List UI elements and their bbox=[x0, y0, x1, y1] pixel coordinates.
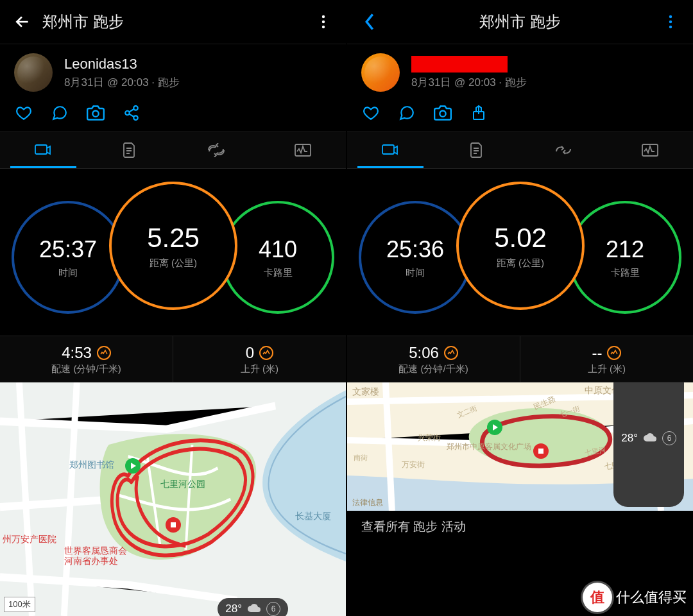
weather-count: 6 bbox=[662, 431, 676, 445]
svg-point-13 bbox=[440, 111, 445, 117]
poi-t7: 万安街 bbox=[402, 459, 425, 470]
svg-point-0 bbox=[322, 15, 325, 18]
like-icon[interactable] bbox=[14, 103, 33, 123]
time-value: 25:37 bbox=[39, 236, 97, 263]
svg-point-4 bbox=[133, 106, 138, 110]
ring-distance[interactable]: 5.02 距离 (公里) bbox=[456, 182, 585, 310]
svg-point-6 bbox=[133, 116, 138, 120]
tab-details[interactable] bbox=[434, 132, 520, 168]
poi-t3: 兴荣街 bbox=[418, 432, 441, 443]
svg-point-2 bbox=[322, 26, 325, 28]
elev-value: -- bbox=[592, 344, 603, 362]
export-icon[interactable] bbox=[469, 103, 488, 123]
weather-pill: 28° 6 bbox=[613, 382, 684, 507]
calories-value: 410 bbox=[259, 236, 297, 263]
user-row: Leonidas13 8月31日 @ 20:03 · 跑步 bbox=[0, 44, 346, 98]
tab-laps[interactable] bbox=[520, 132, 607, 168]
header: 郑州市 跑步 bbox=[0, 0, 346, 44]
stat-pace[interactable]: 4:53 配速 (分钟/千米) bbox=[0, 336, 173, 382]
distance-value: 5.25 bbox=[147, 223, 200, 253]
svg-point-1 bbox=[322, 21, 325, 23]
calories-label: 卡路里 bbox=[264, 267, 293, 279]
camera-icon[interactable] bbox=[433, 103, 452, 123]
poi-t1: 文家楼 bbox=[352, 386, 379, 398]
start-pin-icon bbox=[125, 458, 141, 474]
time-label: 时间 bbox=[406, 267, 425, 279]
distance-label: 距离 (公里) bbox=[150, 257, 197, 270]
elev-chip-icon bbox=[607, 346, 621, 360]
calories-label: 卡路里 bbox=[611, 267, 640, 279]
map-scale: 100米 bbox=[4, 597, 35, 612]
page-title: 郑州市 跑步 bbox=[33, 12, 312, 32]
user-name-redacted bbox=[411, 55, 527, 73]
end-pin-icon bbox=[533, 443, 549, 459]
elev-label: 上升 (米) bbox=[173, 363, 346, 375]
back-button[interactable] bbox=[359, 11, 381, 33]
poi-t4: 郑州市中原客属文化广场 bbox=[447, 441, 531, 452]
weather-temp: 28° bbox=[225, 603, 242, 615]
header: 郑州市 跑步 bbox=[347, 0, 693, 44]
more-menu-icon[interactable] bbox=[312, 11, 334, 33]
tab-hr[interactable] bbox=[259, 132, 346, 168]
tab-bar bbox=[347, 132, 693, 169]
stat-elevation[interactable]: -- 上升 (米) bbox=[520, 336, 693, 382]
ring-time[interactable]: 25:36 时间 bbox=[359, 201, 472, 314]
start-pin-icon bbox=[487, 420, 502, 435]
tab-laps[interactable] bbox=[173, 132, 260, 168]
svg-rect-15 bbox=[382, 145, 394, 154]
distance-value: 5.02 bbox=[494, 223, 547, 253]
watermark-badge-icon: 值 bbox=[583, 583, 612, 612]
comment-icon[interactable] bbox=[397, 103, 416, 123]
watermark-text: 什么值得买 bbox=[616, 588, 687, 607]
more-menu-icon[interactable] bbox=[660, 11, 681, 33]
ring-time[interactable]: 25:37 时间 bbox=[12, 201, 124, 314]
svg-point-12 bbox=[669, 26, 672, 28]
weather-pill: 28° 6 bbox=[218, 598, 288, 616]
secondary-stats: 4:53 配速 (分钟/千米) 0 上升 (米) bbox=[0, 336, 346, 382]
calories-value: 212 bbox=[606, 236, 644, 263]
elev-chip-icon bbox=[259, 346, 273, 360]
activity-panel-left: 郑州市 跑步 Leonidas13 8月31日 @ 20:03 · 跑步 bbox=[0, 0, 346, 616]
page-title: 郑州市 跑步 bbox=[381, 12, 660, 32]
route-map[interactable]: 郑州图书馆 七里河公园 州万安产医院 世界客属恳商会 河南省办事处 长基大厦 1… bbox=[0, 382, 346, 616]
tab-bar bbox=[0, 132, 346, 169]
camera-icon[interactable] bbox=[86, 103, 105, 123]
user-row: 8月31日 @ 20:03 · 跑步 bbox=[347, 44, 693, 98]
stat-rings: 25:36 时间 5.02 距离 (公里) 212 卡路里 bbox=[347, 169, 693, 336]
poi-hospital: 州万安产医院 bbox=[3, 534, 56, 544]
stat-rings: 25:37 时间 5.25 距离 (公里) 410 卡路里 bbox=[0, 169, 346, 336]
activity-panel-right: 郑州市 跑步 8月31日 @ 20:03 · 跑步 bbox=[346, 0, 693, 616]
stat-pace[interactable]: 5:06 配速 (分钟/千米) bbox=[347, 336, 520, 382]
avatar[interactable] bbox=[361, 53, 400, 92]
pace-value: 5:06 bbox=[409, 344, 439, 362]
tab-overview[interactable] bbox=[0, 132, 87, 168]
share-icon[interactable] bbox=[122, 103, 141, 123]
time-value: 25:36 bbox=[386, 236, 444, 263]
ring-calories[interactable]: 410 卡路里 bbox=[221, 201, 334, 314]
distance-label: 距离 (公里) bbox=[497, 257, 544, 270]
ring-calories[interactable]: 212 卡路里 bbox=[569, 201, 681, 314]
avatar[interactable] bbox=[14, 53, 53, 92]
secondary-stats: 5:06 配速 (分钟/千米) -- 上升 (米) bbox=[347, 336, 693, 382]
tab-overview[interactable] bbox=[347, 132, 434, 168]
route-map[interactable]: 文家楼 中原文化创意广场 兴荣街 郑州市中原客属文化广场 民生路 七里河南路 万… bbox=[347, 382, 693, 511]
poi-building: 长基大厦 bbox=[295, 511, 331, 522]
tab-hr[interactable] bbox=[606, 132, 693, 168]
svg-point-5 bbox=[125, 111, 130, 116]
weather-temp: 28° bbox=[621, 432, 638, 445]
view-all-link[interactable]: 查看所有 跑步 活动 bbox=[347, 511, 693, 543]
svg-rect-7 bbox=[35, 145, 47, 154]
poi-t12: 南街 bbox=[354, 453, 368, 463]
pace-value: 4:53 bbox=[62, 344, 92, 362]
back-button[interactable] bbox=[12, 11, 33, 33]
pace-chip-icon bbox=[97, 346, 111, 360]
tab-details[interactable] bbox=[87, 132, 173, 168]
like-icon[interactable] bbox=[361, 103, 381, 123]
elev-label: 上升 (米) bbox=[520, 363, 693, 375]
stat-elevation[interactable]: 0 上升 (米) bbox=[173, 336, 346, 382]
pace-chip-icon bbox=[444, 346, 458, 360]
weather-count: 6 bbox=[266, 602, 280, 616]
ring-distance[interactable]: 5.25 距离 (公里) bbox=[109, 182, 237, 310]
comment-icon[interactable] bbox=[50, 103, 69, 123]
legal-link[interactable]: 法律信息 bbox=[352, 497, 383, 508]
